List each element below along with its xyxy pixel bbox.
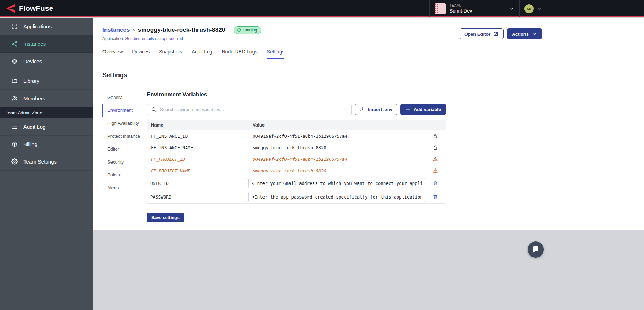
section-title: Environment Variables (147, 92, 446, 98)
settings-nav-security[interactable]: Security (102, 156, 147, 168)
sidebar-item-library[interactable]: Library (0, 72, 93, 90)
settings-nav-general[interactable]: General (102, 91, 147, 104)
user-menu[interactable]: su (520, 0, 547, 17)
env-var-value-input[interactable] (248, 178, 425, 188)
page-header: Instances › smoggy-blue-rock-thrush-8820… (102, 18, 542, 41)
library-icon (11, 78, 18, 84)
instances-icon (11, 41, 18, 47)
sidebar-group-primary: ApplicationsInstancesDevices (0, 18, 93, 70)
add-variable-label: Add variable (414, 107, 441, 112)
team-selector[interactable]: TEAM: Sumit-Dev (429, 0, 520, 17)
sidebar-item-devices[interactable]: Devices (0, 53, 93, 70)
chat-icon (531, 245, 540, 254)
sidebar-item-label: Audit Log (23, 124, 45, 130)
column-header-value: Value (249, 122, 425, 128)
save-settings-button[interactable]: Save settings (147, 213, 184, 222)
tab-devices[interactable]: Devices (132, 49, 150, 59)
team-avatar (435, 3, 446, 14)
sidebar-item-billing[interactable]: Billing (0, 136, 93, 153)
sidebar-item-label: Applications (23, 23, 52, 29)
env-var-row: FF_INSTANCE_ID004919af-2cf0-4f51-a8b4-1b… (147, 130, 446, 142)
brand[interactable]: FlowFuse (0, 3, 53, 14)
breadcrumb-separator: › (133, 27, 135, 33)
settings-nav-protect-instance[interactable]: Protect Instance (102, 130, 147, 143)
settings-nav-high-availability[interactable]: High Availability (102, 117, 147, 130)
sidebar-item-audit-log[interactable]: Audit Log (0, 118, 93, 136)
applications-icon (11, 23, 18, 30)
search-box (147, 104, 352, 115)
env-table-header: Name Value (147, 120, 446, 130)
divider (102, 84, 542, 84)
status-badge-label: running (243, 28, 257, 33)
tab-node-red-logs[interactable]: Node-RED Logs (222, 49, 258, 59)
add-variable-button[interactable]: Add variable (400, 104, 446, 115)
external-link-icon (493, 31, 499, 37)
delete-variable-button[interactable] (433, 194, 438, 200)
open-editor-label: Open Editor (464, 31, 490, 37)
tab-settings[interactable]: Settings (267, 49, 284, 59)
import-env-label: Import .env (368, 107, 392, 112)
sidebar-item-label: Devices (23, 58, 42, 64)
tab-overview[interactable]: Overview (102, 49, 123, 59)
chevron-down-icon (531, 31, 537, 37)
import-env-button[interactable]: Import .env (355, 104, 397, 115)
sidebar-item-team-settings[interactable]: Team Settings (0, 153, 93, 171)
open-editor-button[interactable]: Open Editor (460, 28, 504, 39)
tabs: OverviewDevicesSnapshotsAudit LogNode-RE… (102, 49, 542, 59)
warning-icon (433, 168, 438, 173)
sidebar-group-secondary: LibraryMembers (0, 72, 93, 107)
devices-icon (11, 58, 18, 65)
env-var-name-input[interactable] (147, 192, 247, 202)
env-var-value-input[interactable] (248, 192, 425, 202)
delete-variable-button[interactable] (433, 180, 438, 186)
import-icon (360, 107, 365, 112)
sidebar-item-label: Instances (23, 41, 46, 47)
env-var-value: smoggy-blue-rock-thrush-8820 (253, 145, 326, 150)
team-text: TEAM: Sumit-Dev (449, 3, 472, 14)
application-link[interactable]: Sending emails using node-red (125, 36, 183, 41)
env-table: Name Value FF_INSTANCE_ID004919af-2cf0-4… (147, 120, 446, 204)
team-settings-icon (11, 158, 18, 165)
sidebar-item-label: Library (23, 78, 39, 84)
settings-nav-environment[interactable]: Environment (102, 104, 147, 117)
team-admin-zone-label: Team Admin Zone (0, 107, 93, 118)
environment-section: Environment Variables Import .env A (147, 88, 446, 222)
tab-audit-log[interactable]: Audit Log (191, 49, 212, 59)
env-var-name: FF_PROJECT_NAME (151, 168, 190, 173)
header-buttons: Open Editor Actions (460, 26, 542, 39)
actions-button[interactable]: Actions (507, 28, 542, 39)
status-badge: running (234, 26, 261, 34)
lock-icon (433, 145, 438, 150)
application-label: Application: (102, 36, 124, 41)
audit-log-icon (11, 123, 18, 130)
members-icon (11, 95, 18, 102)
team-name: Sumit-Dev (449, 8, 472, 14)
env-var-name: FF_INSTANCE_ID (151, 134, 188, 139)
user-avatar: su (524, 4, 534, 13)
sidebar-item-members[interactable]: Members (0, 90, 93, 107)
settings-nav-palette[interactable]: Palette (102, 168, 147, 181)
env-var-row (147, 176, 446, 190)
instance-name: smoggy-blue-rock-thrush-8820 (138, 27, 225, 34)
settings-nav-alerts[interactable]: Alerts (102, 181, 147, 194)
sidebar-group-admin: Audit LogBillingTeam Settings (0, 118, 93, 171)
chevron-down-icon (536, 6, 542, 12)
env-var-row (147, 190, 446, 204)
topbar: FlowFuse TEAM: Sumit-Dev su (0, 0, 644, 17)
env-var-name-input[interactable] (147, 178, 247, 188)
env-table-body: FF_INSTANCE_ID004919af-2cf0-4f51-a8b4-1b… (147, 130, 446, 204)
settings-nav-editor[interactable]: Editor (102, 143, 147, 156)
search-input[interactable] (160, 107, 347, 112)
tab-snapshots[interactable]: Snapshots (159, 49, 182, 59)
sidebar-item-instances[interactable]: Instances (0, 35, 93, 53)
chat-widget-button[interactable] (528, 241, 544, 258)
sidebar-item-label: Members (23, 95, 45, 101)
breadcrumb-instances-link[interactable]: Instances (102, 27, 130, 34)
search-icon (151, 107, 157, 113)
sidebar-item-applications[interactable]: Applications (0, 18, 93, 35)
content-area: Instances › smoggy-blue-rock-thrush-8820… (93, 18, 644, 230)
flowfuse-logo-icon (5, 3, 15, 14)
env-var-value: 004919af-2cf0-4f51-a8b4-1b12906757a4 (253, 157, 347, 162)
billing-icon (11, 141, 18, 147)
breadcrumb: Instances › smoggy-blue-rock-thrush-8820… (102, 26, 261, 34)
